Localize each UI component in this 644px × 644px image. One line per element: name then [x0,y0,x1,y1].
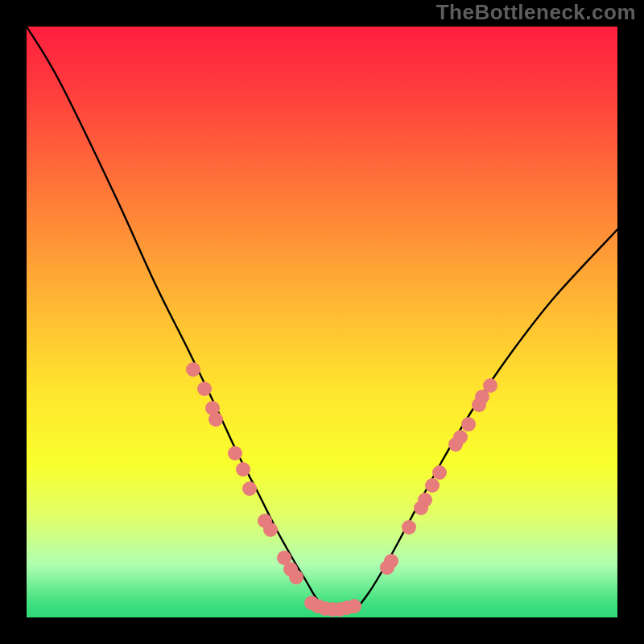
data-marker [263,522,278,537]
data-marker [461,417,476,431]
data-markers [186,362,497,617]
data-marker [425,478,440,493]
bottleneck-curve [27,27,617,610]
plot-area [27,27,617,617]
data-marker [384,554,398,568]
data-marker [453,430,468,444]
data-marker [347,599,361,613]
data-marker [236,462,250,477]
chart-frame: TheBottleneck.com [0,0,644,644]
data-marker [186,362,200,377]
data-marker [289,570,303,584]
data-marker [418,493,432,507]
bottleneck-curve-svg [27,27,617,617]
data-marker [208,412,223,427]
data-marker [402,520,416,535]
data-marker [432,465,447,480]
data-marker [242,481,257,496]
data-marker [197,382,212,396]
data-marker [483,378,497,393]
data-marker [228,446,242,460]
watermark-text: TheBottleneck.com [436,0,636,25]
